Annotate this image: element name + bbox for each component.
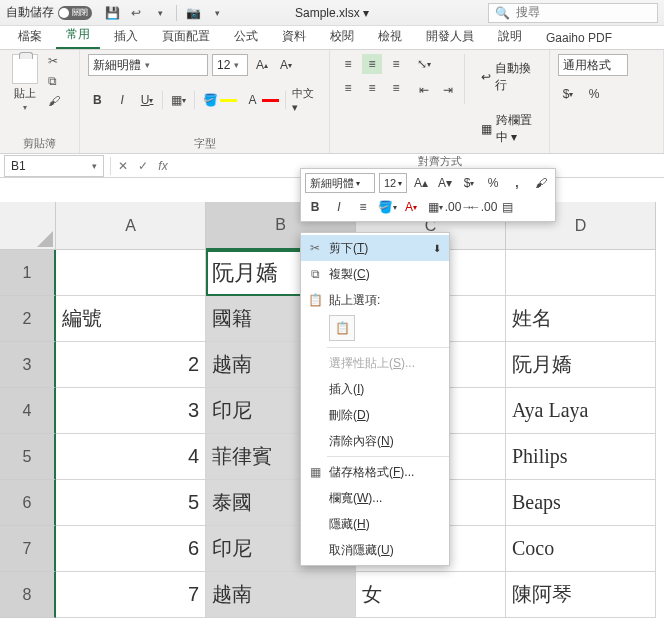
menu-item-[interactable]: 選擇性貼上(S)... [301,350,449,376]
mini-dec-dec-icon[interactable]: ←.00 [473,197,493,217]
cell[interactable]: 2 [56,342,206,388]
mini-bold-button[interactable]: B [305,197,325,217]
cell[interactable]: 編號 [56,296,206,342]
row-header[interactable]: 4 [0,388,56,434]
italic-button[interactable]: I [113,90,132,110]
tab-說明[interactable]: 說明 [488,24,532,49]
cell[interactable]: 姓名 [506,296,656,342]
mini-font-combo[interactable]: 新細明體▾ [305,173,375,193]
bold-button[interactable]: B [88,90,107,110]
cell[interactable]: 越南 [206,572,356,618]
enter-fx-icon[interactable]: ✓ [133,159,153,173]
menu-item-[interactable]: 取消隱藏(U) [301,537,449,563]
menu-item-[interactable]: 欄寬(W)... [301,485,449,511]
cell[interactable]: 3 [56,388,206,434]
cell[interactable] [506,250,656,296]
menu-item-[interactable]: 刪除(D) [301,402,449,428]
fill-color-button[interactable]: 🪣 [201,90,220,110]
cell[interactable]: 5 [56,480,206,526]
tab-插入[interactable]: 插入 [104,24,148,49]
cell[interactable]: Philips [506,434,656,480]
cell[interactable]: Aya Laya [506,388,656,434]
menu-item-[interactable]: ✂剪下(T)⬇ [301,235,449,261]
font-color-button[interactable]: A [243,90,262,110]
wrap-text-button[interactable]: ↩自動換行 [481,54,541,100]
mini-align-icon[interactable]: ≡ [353,197,373,217]
orientation-icon[interactable]: ⤡▾ [414,54,434,74]
mini-fill-icon[interactable]: 🪣▾ [377,197,397,217]
menu-item-[interactable]: ▦儲存格格式(F)... [301,459,449,485]
borders-button[interactable]: ▦▾ [169,90,188,110]
cancel-fx-icon[interactable]: ✕ [113,159,133,173]
tab-檢視[interactable]: 檢視 [368,24,412,49]
grow-font-icon[interactable]: A▴ [252,55,272,75]
format-painter-icon[interactable]: 🖌 [48,94,64,108]
mini-fontcolor-icon[interactable]: A▾ [401,197,421,217]
font-name-combo[interactable]: 新細明體▾ [88,54,208,76]
name-box[interactable]: B1▾ [4,155,104,177]
column-header-A[interactable]: A [56,202,206,250]
row-header[interactable]: 5 [0,434,56,480]
align-bottom-icon[interactable]: ≡ [386,54,406,74]
indent-decrease-icon[interactable]: ⇤ [414,80,434,100]
menu-item-[interactable]: 清除內容(N) [301,428,449,454]
copy-icon[interactable]: ⧉ [48,74,64,88]
tab-常用[interactable]: 常用 [56,22,100,49]
mini-dec-inc-icon[interactable]: .00→ [449,197,469,217]
tab-檔案[interactable]: 檔案 [8,24,52,49]
cell[interactable]: Beaps [506,480,656,526]
fx-icon[interactable]: fx [153,159,173,173]
mini-size-combo[interactable]: 12▾ [379,173,407,193]
percent-icon[interactable]: % [584,84,604,104]
row-header[interactable]: 3 [0,342,56,388]
paste-option-icon[interactable]: 📋 [329,315,355,341]
cut-icon[interactable]: ✂ [48,54,64,68]
cell[interactable]: 7 [56,572,206,618]
tab-資料[interactable]: 資料 [272,24,316,49]
align-center-icon[interactable]: ≡ [362,78,382,98]
align-left-icon[interactable]: ≡ [338,78,358,98]
save-icon[interactable]: 💾 [104,5,120,21]
mini-comma-icon[interactable]: , [507,173,527,193]
cell[interactable]: 陳阿琴 [506,572,656,618]
shrink-font-icon[interactable]: A▾ [276,55,296,75]
cell[interactable]: 阮月嬌 [506,342,656,388]
merge-center-button[interactable]: ▦跨欄置中 ▾ [481,106,541,152]
align-top-icon[interactable]: ≡ [338,54,358,74]
row-header[interactable]: 8 [0,572,56,618]
align-middle-icon[interactable]: ≡ [362,54,382,74]
row-header[interactable]: 2 [0,296,56,342]
cell[interactable]: 4 [56,434,206,480]
cell[interactable]: 6 [56,526,206,572]
mini-currency-icon[interactable]: $▾ [459,173,479,193]
font-size-combo[interactable]: 12▾ [212,54,248,76]
mini-shrink-font-icon[interactable]: A▾ [435,173,455,193]
phonetic-button[interactable]: 中文 ▾ [292,90,321,110]
undo-dropdown-icon[interactable]: ▾ [152,5,168,21]
tab-公式[interactable]: 公式 [224,24,268,49]
mini-format-painter-icon[interactable]: 🖌 [531,173,551,193]
file-name[interactable]: Sample.xlsx ▾ [295,6,369,20]
select-all-corner[interactable] [0,202,56,250]
cell[interactable] [56,250,206,296]
mini-border-icon[interactable]: ▦▾ [425,197,445,217]
menu-item-[interactable]: ⧉複製(C) [301,261,449,287]
cell[interactable]: 女 [356,572,506,618]
row-header[interactable]: 1 [0,250,56,296]
camera-icon[interactable]: 📷 [185,5,201,21]
menu-item-[interactable]: 隱藏(H) [301,511,449,537]
tab-校閱[interactable]: 校閱 [320,24,364,49]
menu-item-[interactable]: 插入(I) [301,376,449,402]
mini-cf-icon[interactable]: ▤ [497,197,517,217]
tab-開發人員[interactable]: 開發人員 [416,24,484,49]
currency-icon[interactable]: $▾ [558,84,578,104]
tab-Gaaiho PDF[interactable]: Gaaiho PDF [536,27,622,49]
number-format-combo[interactable]: 通用格式 [558,54,628,76]
row-header[interactable]: 6 [0,480,56,526]
align-right-icon[interactable]: ≡ [386,78,406,98]
row-header[interactable]: 7 [0,526,56,572]
mini-grow-font-icon[interactable]: A▴ [411,173,431,193]
undo-icon[interactable]: ↩ [128,5,144,21]
search-box[interactable]: 🔍 搜尋 [488,3,658,23]
paste-button[interactable]: 貼上 ▾ [8,54,42,112]
